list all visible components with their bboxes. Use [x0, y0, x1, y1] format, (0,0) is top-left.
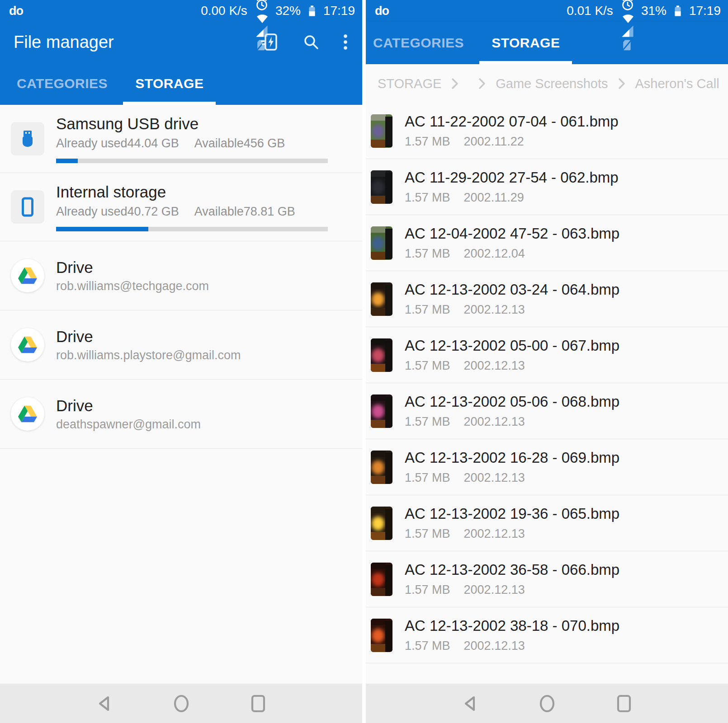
tab[interactable]: STORAGE	[479, 22, 572, 64]
storage-progress-bar	[56, 159, 328, 163]
volume-icon-tile	[11, 122, 44, 155]
drive-account-email: rob.williams@techgage.com	[56, 279, 209, 293]
left-screen: do 0.00 K/s 32% 17:19 File manager CATEG…	[0, 0, 362, 723]
breadcrumb-item[interactable]: STORAGE	[378, 76, 441, 91]
wifi-icon	[255, 11, 269, 24]
nav-back-button[interactable]	[95, 694, 114, 713]
nav-recents-button[interactable]	[615, 694, 633, 713]
storage-list: Samsung USB drive Already used44.04 GB A…	[0, 105, 362, 684]
file-row[interactable]: AC 12-13-2002 16-28 - 069.bmp 1.57 MB 20…	[366, 439, 728, 495]
file-list: AC 11-22-2002 07-04 - 061.bmp 1.57 MB 20…	[366, 103, 728, 684]
chevron-right-icon	[478, 78, 486, 89]
drive-account-email: deathspawner@gmail.com	[56, 418, 201, 432]
file-size: 1.57 MB	[405, 639, 450, 653]
network-speed: 0.00 K/s	[201, 4, 247, 18]
storage-volume-row[interactable]: Internal storage Already used40.72 GB Av…	[0, 173, 362, 241]
tab[interactable]: CATEGORIES	[17, 62, 108, 105]
file-row[interactable]: AC 12-13-2002 05-00 - 067.bmp 1.57 MB 20…	[366, 327, 728, 383]
volume-name: Samsung USB drive	[56, 115, 328, 133]
side-by-side-screenshots: do 0.00 K/s 32% 17:19 File manager CATEG…	[0, 0, 728, 723]
file-thumbnail	[371, 170, 392, 204]
tab-label: STORAGE	[492, 35, 560, 51]
nav-back-button[interactable]	[461, 694, 480, 713]
alarm-icon	[621, 0, 635, 11]
file-date: 2002.11.22	[464, 135, 524, 149]
status-bar: do 0.01 K/s 31% 17:19	[366, 0, 728, 22]
drive-account-email: rob.williams.playstore@gmail.com	[56, 348, 241, 362]
file-size: 1.57 MB	[405, 583, 450, 597]
file-row[interactable]: AC 12-13-2002 03-24 - 064.bmp 1.57 MB 20…	[366, 271, 728, 327]
file-name: AC 11-22-2002 07-04 - 061.bmp	[405, 113, 619, 130]
file-size: 1.57 MB	[405, 415, 450, 429]
chevron-right-icon	[618, 78, 625, 89]
right-screen: do 0.01 K/s 31% 17:19 CATEGORIES STORAGE…	[366, 0, 728, 723]
file-row[interactable]: AC 11-22-2002 07-04 - 061.bmp 1.57 MB 20…	[366, 103, 728, 159]
battery-percent: 32%	[275, 4, 301, 18]
volume-name: Internal storage	[56, 183, 328, 201]
overflow-menu-icon[interactable]	[342, 32, 349, 52]
file-thumbnail	[371, 114, 392, 148]
chevron-right-icon	[451, 78, 459, 89]
tab[interactable]: STORAGE	[123, 62, 216, 105]
file-thumbnail	[371, 394, 392, 428]
file-size: 1.57 MB	[405, 191, 450, 205]
file-row[interactable]: AC 12-13-2002 05-06 - 068.bmp 1.57 MB 20…	[366, 383, 728, 439]
wifi-icon	[621, 11, 635, 24]
file-row[interactable]: AC 11-29-2002 27-54 - 062.bmp 1.57 MB 20…	[366, 159, 728, 215]
file-row[interactable]: AC 12-13-2002 36-58 - 066.bmp 1.57 MB 20…	[366, 551, 728, 607]
file-row[interactable]: AC 12-13-2002 38-18 - 070.bmp 1.57 MB 20…	[366, 607, 728, 663]
drive-account-name: Drive	[56, 258, 209, 277]
no-sim-icon	[621, 38, 635, 52]
breadcrumb-item[interactable]: Game Screenshots	[496, 76, 608, 91]
file-size: 1.57 MB	[405, 303, 450, 317]
file-thumbnail	[371, 226, 392, 260]
file-date: 2002.11.29	[464, 191, 524, 205]
file-date: 2002.12.13	[464, 303, 525, 317]
file-date: 2002.12.13	[464, 471, 525, 485]
file-name: AC 12-04-2002 47-52 - 063.bmp	[405, 225, 619, 242]
file-thumbnail	[371, 338, 392, 372]
file-row[interactable]: AC 12-13-2002 19-36 - 065.bmp 1.57 MB 20…	[366, 495, 728, 551]
volume-used: Already used40.72 GB	[56, 205, 179, 219]
drive-account-row[interactable]: Drive rob.williams.playstore@gmail.com	[0, 310, 362, 380]
file-name: AC 12-13-2002 05-06 - 068.bmp	[405, 393, 619, 410]
storage-volume-row[interactable]: Samsung USB drive Already used44.04 GB A…	[0, 105, 362, 173]
volume-available: Available456 GB	[194, 136, 285, 150]
file-thumbnail	[371, 451, 392, 484]
breadcrumb-item[interactable]: Asheron's Call	[635, 76, 719, 91]
android-nav-bar	[366, 684, 728, 723]
file-date: 2002.12.13	[464, 583, 525, 597]
file-date: 2002.12.04	[464, 247, 525, 261]
drive-account-row[interactable]: Drive deathspawner@gmail.com	[0, 380, 362, 449]
search-icon[interactable]	[302, 33, 321, 52]
battery-icon	[307, 4, 317, 18]
drive-account-name: Drive	[56, 328, 241, 346]
boost-icon[interactable]	[260, 32, 280, 52]
file-name: AC 12-13-2002 03-24 - 064.bmp	[405, 281, 619, 298]
file-thumbnail	[371, 563, 392, 596]
page-title: File manager	[14, 33, 114, 52]
google-drive-icon	[11, 397, 44, 431]
file-row[interactable]: AC 12-04-2002 47-52 - 063.bmp 1.57 MB 20…	[366, 215, 728, 271]
file-name: AC 12-13-2002 19-36 - 065.bmp	[405, 505, 619, 522]
usb-drive-icon	[18, 129, 38, 149]
file-size: 1.57 MB	[405, 247, 450, 261]
battery-percent: 31%	[641, 4, 667, 18]
notification-app-icon: do	[9, 4, 23, 18]
file-name: AC 11-29-2002 27-54 - 062.bmp	[405, 169, 619, 186]
android-nav-bar	[0, 684, 362, 723]
drive-account-row[interactable]: Drive rob.williams@techgage.com	[0, 241, 362, 310]
file-name: AC 12-13-2002 05-00 - 067.bmp	[405, 337, 619, 354]
nav-home-button[interactable]	[538, 694, 557, 713]
nav-recents-button[interactable]	[249, 694, 268, 713]
signal-icon	[621, 24, 635, 38]
alarm-icon	[255, 0, 269, 11]
storage-progress-bar	[56, 227, 328, 231]
nav-home-button[interactable]	[172, 694, 191, 713]
tab-label: STORAGE	[135, 76, 203, 91]
file-thumbnail	[371, 507, 392, 540]
network-speed: 0.01 K/s	[567, 4, 613, 18]
volume-available: Available78.81 GB	[194, 205, 295, 219]
tab[interactable]: CATEGORIES	[373, 22, 464, 64]
tab-label: CATEGORIES	[17, 76, 108, 91]
